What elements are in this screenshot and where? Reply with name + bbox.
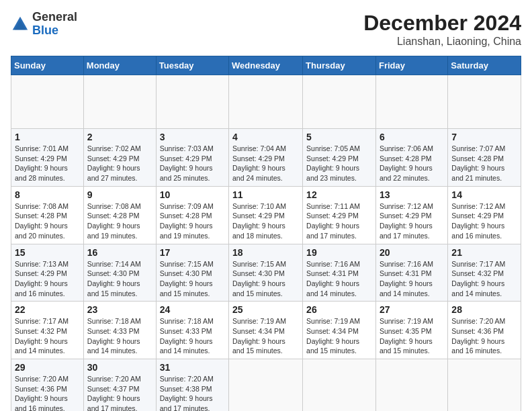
header-tuesday: Tuesday xyxy=(156,56,228,75)
days-header-row: Sunday Monday Tuesday Wednesday Thursday… xyxy=(11,56,521,75)
day-info: Sunrise: 7:19 AM Sunset: 4:34 PM Dayligh… xyxy=(306,316,372,356)
day-number: 17 xyxy=(160,247,225,258)
day-info: Sunrise: 7:19 AM Sunset: 4:34 PM Dayligh… xyxy=(232,316,299,356)
table-row: 16 Sunrise: 7:14 AM Sunset: 4:30 PM Dayl… xyxy=(83,244,156,302)
day-info: Sunrise: 7:04 AM Sunset: 4:29 PM Dayligh… xyxy=(232,144,299,183)
table-row: 22 Sunrise: 7:17 AM Sunset: 4:32 PM Dayl… xyxy=(11,302,84,359)
table-row: 15 Sunrise: 7:13 AM Sunset: 4:29 PM Dayl… xyxy=(11,244,84,302)
table-row: 28 Sunrise: 7:20 AM Sunset: 4:36 PM Dayl… xyxy=(448,302,521,359)
table-row: 18 Sunrise: 7:15 AM Sunset: 4:30 PM Dayl… xyxy=(229,244,303,302)
table-row: 30 Sunrise: 7:20 AM Sunset: 4:37 PM Dayl… xyxy=(83,359,156,412)
logo: General Blue xyxy=(11,11,77,38)
day-info: Sunrise: 7:02 AM Sunset: 4:29 PM Dayligh… xyxy=(87,144,152,183)
table-row xyxy=(448,75,521,129)
day-info: Sunrise: 7:08 AM Sunset: 4:28 PM Dayligh… xyxy=(15,201,80,241)
calendar-week-row: 29 Sunrise: 7:20 AM Sunset: 4:36 PM Dayl… xyxy=(11,359,521,412)
day-info: Sunrise: 7:18 AM Sunset: 4:33 PM Dayligh… xyxy=(87,316,152,356)
day-number: 6 xyxy=(380,132,444,142)
table-row: 2 Sunrise: 7:02 AM Sunset: 4:29 PM Dayli… xyxy=(83,129,156,187)
day-info: Sunrise: 7:17 AM Sunset: 4:32 PM Dayligh… xyxy=(15,316,80,356)
day-number: 20 xyxy=(380,247,444,258)
table-row: 17 Sunrise: 7:15 AM Sunset: 4:30 PM Dayl… xyxy=(156,244,228,302)
day-info: Sunrise: 7:03 AM Sunset: 4:29 PM Dayligh… xyxy=(160,144,225,183)
day-number: 11 xyxy=(232,189,299,200)
day-info: Sunrise: 7:11 AM Sunset: 4:29 PM Dayligh… xyxy=(306,201,372,241)
table-row: 26 Sunrise: 7:19 AM Sunset: 4:34 PM Dayl… xyxy=(303,302,376,359)
day-info: Sunrise: 7:20 AM Sunset: 4:37 PM Dayligh… xyxy=(87,374,152,411)
table-row: 24 Sunrise: 7:18 AM Sunset: 4:33 PM Dayl… xyxy=(156,302,228,359)
table-row: 4 Sunrise: 7:04 AM Sunset: 4:29 PM Dayli… xyxy=(229,129,303,187)
day-number: 1 xyxy=(15,132,80,142)
day-info: Sunrise: 7:14 AM Sunset: 4:30 PM Dayligh… xyxy=(87,259,152,299)
day-number: 4 xyxy=(232,132,299,142)
table-row xyxy=(229,359,303,412)
day-number: 29 xyxy=(15,362,80,373)
table-row: 7 Sunrise: 7:07 AM Sunset: 4:28 PM Dayli… xyxy=(448,129,521,187)
logo-blue: Blue xyxy=(32,24,58,37)
logo-general: General xyxy=(32,10,77,24)
table-row: 19 Sunrise: 7:16 AM Sunset: 4:31 PM Dayl… xyxy=(303,244,376,302)
day-number: 28 xyxy=(451,304,517,315)
table-row xyxy=(83,75,156,129)
day-info: Sunrise: 7:20 AM Sunset: 4:36 PM Dayligh… xyxy=(15,374,80,411)
day-info: Sunrise: 7:19 AM Sunset: 4:35 PM Dayligh… xyxy=(380,316,444,356)
table-row xyxy=(303,359,376,412)
day-number: 26 xyxy=(306,304,372,315)
table-row: 14 Sunrise: 7:12 AM Sunset: 4:29 PM Dayl… xyxy=(448,186,521,244)
calendar-week-row: 1 Sunrise: 7:01 AM Sunset: 4:29 PM Dayli… xyxy=(11,129,521,187)
day-number: 23 xyxy=(87,304,152,315)
day-info: Sunrise: 7:16 AM Sunset: 4:31 PM Dayligh… xyxy=(306,259,372,299)
table-row: 20 Sunrise: 7:16 AM Sunset: 4:31 PM Dayl… xyxy=(375,244,447,302)
day-info: Sunrise: 7:09 AM Sunset: 4:28 PM Dayligh… xyxy=(160,201,225,241)
table-row: 5 Sunrise: 7:05 AM Sunset: 4:29 PM Dayli… xyxy=(303,129,376,187)
day-number: 15 xyxy=(15,247,80,258)
table-row: 23 Sunrise: 7:18 AM Sunset: 4:33 PM Dayl… xyxy=(83,302,156,359)
header-sunday: Sunday xyxy=(11,56,84,75)
day-number: 14 xyxy=(451,189,517,200)
table-row: 1 Sunrise: 7:01 AM Sunset: 4:29 PM Dayli… xyxy=(11,129,84,187)
calendar-week-row xyxy=(11,75,521,129)
day-number: 16 xyxy=(87,247,152,258)
table-row: 21 Sunrise: 7:17 AM Sunset: 4:32 PM Dayl… xyxy=(448,244,521,302)
day-number: 24 xyxy=(160,304,225,315)
table-row: 9 Sunrise: 7:08 AM Sunset: 4:28 PM Dayli… xyxy=(83,186,156,244)
calendar-table: Sunday Monday Tuesday Wednesday Thursday… xyxy=(11,56,521,411)
table-row xyxy=(11,75,84,129)
day-number: 10 xyxy=(160,189,225,200)
month-title: December 2024 xyxy=(363,11,521,36)
day-number: 31 xyxy=(160,362,225,373)
day-number: 19 xyxy=(306,247,372,258)
table-row: 31 Sunrise: 7:20 AM Sunset: 4:38 PM Dayl… xyxy=(156,359,228,412)
table-row: 27 Sunrise: 7:19 AM Sunset: 4:35 PM Dayl… xyxy=(375,302,447,359)
header-saturday: Saturday xyxy=(448,56,521,75)
day-number: 27 xyxy=(380,304,444,315)
table-row: 3 Sunrise: 7:03 AM Sunset: 4:29 PM Dayli… xyxy=(156,129,228,187)
calendar-week-row: 22 Sunrise: 7:17 AM Sunset: 4:32 PM Dayl… xyxy=(11,302,521,359)
day-info: Sunrise: 7:15 AM Sunset: 4:30 PM Dayligh… xyxy=(232,259,299,299)
day-number: 2 xyxy=(87,132,152,142)
day-info: Sunrise: 7:13 AM Sunset: 4:29 PM Dayligh… xyxy=(15,259,80,299)
table-row xyxy=(229,75,303,129)
day-info: Sunrise: 7:07 AM Sunset: 4:28 PM Dayligh… xyxy=(451,144,517,183)
day-info: Sunrise: 7:06 AM Sunset: 4:28 PM Dayligh… xyxy=(380,144,444,183)
table-row xyxy=(375,75,447,129)
day-number: 13 xyxy=(380,189,444,200)
day-info: Sunrise: 7:16 AM Sunset: 4:31 PM Dayligh… xyxy=(380,259,444,299)
table-row: 8 Sunrise: 7:08 AM Sunset: 4:28 PM Dayli… xyxy=(11,186,84,244)
logo-icon xyxy=(11,15,30,34)
day-info: Sunrise: 7:20 AM Sunset: 4:38 PM Dayligh… xyxy=(160,374,225,411)
header-wednesday: Wednesday xyxy=(229,56,303,75)
day-number: 30 xyxy=(87,362,152,373)
day-info: Sunrise: 7:18 AM Sunset: 4:33 PM Dayligh… xyxy=(160,316,225,356)
day-number: 22 xyxy=(15,304,80,315)
header-monday: Monday xyxy=(83,56,156,75)
table-row: 11 Sunrise: 7:10 AM Sunset: 4:29 PM Dayl… xyxy=(229,186,303,244)
day-number: 8 xyxy=(15,189,80,200)
table-row xyxy=(375,359,447,412)
title-area: December 2024 Lianshan, Liaoning, China xyxy=(363,11,521,48)
table-row xyxy=(303,75,376,129)
table-row: 25 Sunrise: 7:19 AM Sunset: 4:34 PM Dayl… xyxy=(229,302,303,359)
location-title: Lianshan, Liaoning, China xyxy=(363,36,521,48)
day-number: 25 xyxy=(232,304,299,315)
day-info: Sunrise: 7:17 AM Sunset: 4:32 PM Dayligh… xyxy=(451,259,517,299)
